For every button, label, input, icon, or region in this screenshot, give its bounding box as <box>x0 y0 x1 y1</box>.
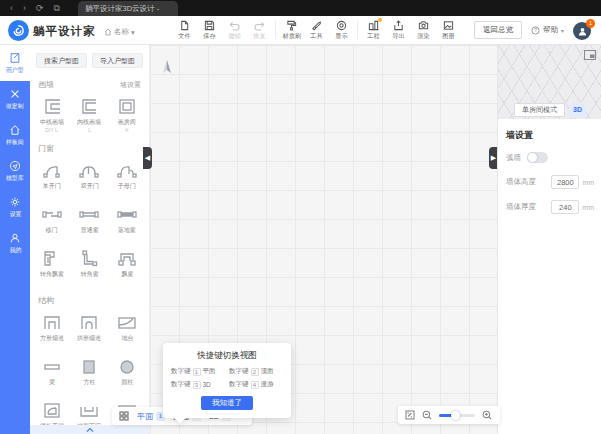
back-icon[interactable]: ‹ <box>10 3 13 14</box>
sidebar-item-model-library[interactable]: 模型库 <box>0 153 30 189</box>
help-menu[interactable]: ? 帮助 ▾ <box>531 25 564 35</box>
tooltip-title: 快捷键切换视图 <box>171 350 283 362</box>
sidebar-item-showroom[interactable]: 样板间 <box>0 117 30 153</box>
single-door-icon <box>40 161 64 180</box>
library-item-single-door[interactable]: 单开门 <box>33 156 71 200</box>
search-floorplan-button[interactable]: 搜索户型图 <box>36 53 87 68</box>
wall-thickness-label: 墙体厚度 <box>506 202 551 212</box>
3d-preview-area[interactable]: 单房间模式 3D <box>498 45 601 119</box>
sliding-door-icon <box>40 205 64 224</box>
wall-height-label: 墙体高度 <box>506 177 551 187</box>
tab-plan-view[interactable]: 平面1 <box>137 411 165 422</box>
got-it-button[interactable]: 我知道了 <box>201 396 253 410</box>
document-name[interactable]: 名称 ▾ <box>104 27 135 37</box>
shortcut-row: 数字键1平面 <box>171 367 225 376</box>
forward-icon[interactable]: › <box>23 3 26 14</box>
library-item-corner-window[interactable]: 转角窗 <box>71 244 109 288</box>
floor-hole-icon <box>40 401 64 420</box>
back-to-overview-button[interactable]: 返回总览 <box>474 21 522 39</box>
library-item-platform[interactable]: 地台 <box>108 308 146 352</box>
room-icon <box>115 97 139 116</box>
sidebar-item-mine[interactable]: 我的 <box>0 225 30 261</box>
svg-text:?: ? <box>534 27 537 33</box>
library-item-corner-bay-window[interactable]: 转角飘窗 <box>33 244 71 288</box>
refresh-icon[interactable]: ⟳ <box>36 3 44 14</box>
chevron-up-icon <box>86 427 94 433</box>
arc-wall-toggle-label: 弧墙 <box>506 153 521 163</box>
render-button[interactable]: 渲染 <box>411 18 436 41</box>
zoom-in-icon[interactable] <box>482 410 492 420</box>
sidebar-item-custom[interactable]: 做定制 <box>0 81 30 117</box>
app-logo-icon[interactable] <box>8 20 29 41</box>
redo-button[interactable]: 恢复 <box>247 18 272 41</box>
corner-bay-window-icon <box>40 249 64 268</box>
zoom-out-icon[interactable] <box>422 410 432 420</box>
window-icon <box>77 205 101 224</box>
library-item-beam[interactable]: 梁 <box>33 352 71 396</box>
share-icon[interactable]: ⧉ <box>54 3 60 14</box>
section-title-walls: 画墙 <box>38 79 54 90</box>
library-item-double-door[interactable]: 双开门 <box>71 156 109 200</box>
export-icon <box>393 20 404 31</box>
sidebar-item-floorplan[interactable]: 画户型 <box>0 45 30 81</box>
fit-screen-icon[interactable] <box>405 410 415 420</box>
library-item-draw-room[interactable]: 画房间 K <box>108 92 146 136</box>
single-room-mode-button[interactable]: 单房间模式 <box>514 103 565 117</box>
person-icon <box>577 26 588 37</box>
platform-icon <box>115 313 139 332</box>
library-item-arched-flue[interactable]: 拱形烟道 <box>71 308 109 352</box>
zoom-controls <box>398 406 500 424</box>
browser-tab[interactable]: 躺平设计家3D云设计 - <box>78 1 178 16</box>
collapse-left-panel-handle[interactable]: ◀ <box>143 147 152 169</box>
save-button[interactable]: 保存 <box>197 18 222 41</box>
library-item-square-column[interactable]: 方柱 <box>71 352 109 396</box>
tools-icon <box>311 20 322 31</box>
library-item-floor-window[interactable]: 落地窗 <box>108 200 146 244</box>
wall-thickness-unit: mm <box>582 204 594 211</box>
wall-height-input[interactable] <box>551 175 579 189</box>
shortcut-row: 数字键33D <box>171 380 225 389</box>
library-item-bay-window[interactable]: 飘窗 <box>108 244 146 288</box>
home-icon <box>104 28 112 36</box>
file-button[interactable]: 文件 <box>172 18 197 41</box>
project-icon <box>368 20 379 31</box>
zoom-slider[interactable] <box>439 414 475 417</box>
browser-tab-bar: ‹ › ⟳ ⧉ 躺平设计家3D云设计 - <box>0 0 601 16</box>
import-floorplan-button[interactable]: 导入户型图 <box>92 53 143 68</box>
library-item-square-flue[interactable]: 方形烟道 <box>33 308 71 352</box>
library-collapse-bar[interactable] <box>30 425 149 434</box>
library-item-center-wall[interactable]: 中线画墙 DIY L <box>33 92 71 136</box>
wall-settings-link[interactable]: 墙设置 <box>120 80 141 90</box>
display-icon <box>336 20 347 31</box>
arc-wall-toggle[interactable] <box>527 152 548 163</box>
wall-thickness-input[interactable] <box>551 200 579 214</box>
display-button[interactable]: 显示 <box>329 18 354 41</box>
material-brush-button[interactable]: 材质刷 <box>279 18 304 41</box>
export-button[interactable]: 导出 <box>386 18 411 41</box>
design-app-window: ‹ › ⟳ ⧉ 躺平设计家3D云设计 - 躺平设计家 名称 ▾ 文件 保存 <box>0 0 601 434</box>
tools-button[interactable]: 工具 <box>304 18 329 41</box>
library-item-sliding-door[interactable]: 移门 <box>33 200 71 244</box>
project-button[interactable]: 工程 <box>361 18 386 41</box>
arched-flue-icon <box>77 313 101 332</box>
views-grid-icon[interactable] <box>119 407 129 425</box>
inner-wall-icon <box>77 97 101 116</box>
user-avatar[interactable]: 1 <box>573 20 593 40</box>
3d-badge[interactable]: 3D <box>569 103 586 117</box>
square-flue-icon <box>40 313 64 332</box>
library-item-window[interactable]: 普通窗 <box>71 200 109 244</box>
pip-window-icon[interactable] <box>584 50 596 60</box>
sidebar-item-settings[interactable]: 设置 <box>0 189 30 225</box>
library-item-mother-child-door[interactable]: 子母门 <box>108 156 146 200</box>
round-column-icon <box>115 357 139 376</box>
zoom-slider-thumb[interactable] <box>451 411 460 420</box>
album-button[interactable]: 图册 <box>436 18 461 41</box>
crossed-tools-icon <box>9 88 21 100</box>
library-item-inner-wall[interactable]: 内线画墙 L <box>71 92 109 136</box>
library-item-round-column[interactable]: 圆柱 <box>108 352 146 396</box>
undo-button[interactable]: 撤销 <box>222 18 247 41</box>
render-icon <box>418 20 429 31</box>
section-title-structure: 结构 <box>38 295 54 306</box>
shortcut-row: 数字键2顶面 <box>229 367 283 376</box>
chevron-down-icon: ▾ <box>561 27 564 34</box>
